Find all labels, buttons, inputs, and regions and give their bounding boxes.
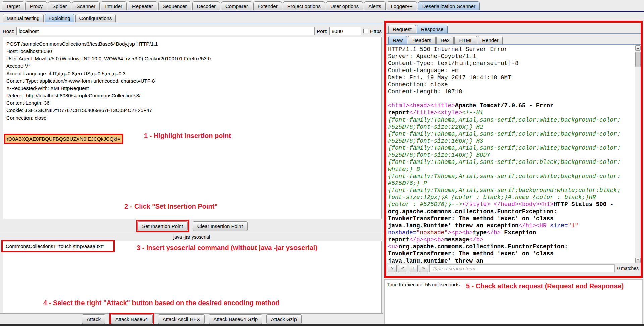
annotation-step3: 3 - Insert ysoserial command (without ja… bbox=[137, 244, 317, 252]
response-segment: <html><head><title> bbox=[388, 102, 455, 109]
scrollbar-thumb[interactable] bbox=[635, 52, 641, 67]
tab-repeater[interactable]: Repeater bbox=[128, 1, 157, 10]
attack-result-panel: RequestResponse RawHeadersHexHTMLRender … bbox=[384, 21, 643, 278]
scroll-down-icon[interactable]: ▼ bbox=[635, 258, 641, 263]
attack-gzip-button[interactable]: Attack Gzip bbox=[266, 314, 302, 324]
search-input[interactable] bbox=[429, 264, 615, 272]
response-viewer: HTTP/1.1 500 Internal Server Error Serve… bbox=[386, 45, 641, 263]
host-input[interactable] bbox=[16, 27, 315, 35]
response-segment: </p><p><b> bbox=[409, 236, 444, 243]
response-segment bbox=[490, 201, 494, 208]
msgtab-request[interactable]: Request bbox=[388, 25, 416, 33]
port-input[interactable] bbox=[329, 27, 361, 35]
insertion-point-token[interactable]: rO0ABXQAE0FBQUFBQSBUZXN0IEJCQkJCQkI= bbox=[5, 135, 122, 143]
search-add-button[interactable]: + bbox=[409, 265, 418, 272]
host-label: Host: bbox=[3, 28, 14, 34]
search-help-button[interactable]: ? bbox=[388, 265, 397, 272]
viewtab-hex[interactable]: Hex bbox=[436, 36, 454, 44]
response-segment: </b> bbox=[469, 236, 483, 243]
response-segment: </b> bbox=[487, 229, 501, 236]
response-segment: "1" bbox=[568, 222, 579, 229]
target-config-row: Host: Port: Https bbox=[3, 26, 382, 36]
response-segment: "noshade" bbox=[416, 229, 448, 236]
attack-button[interactable]: Attack bbox=[82, 314, 105, 324]
request-editor[interactable]: POST /sampleCommonsCollections3/testBase… bbox=[3, 37, 382, 219]
clear-insertion-point-button[interactable]: Clear Insertion Point bbox=[193, 221, 248, 231]
port-label: Port: bbox=[317, 28, 327, 34]
tab-project-options[interactable]: Project options bbox=[283, 1, 325, 10]
insertion-button-strip: Set Insertion Point Clear Insertion Poin… bbox=[0, 219, 383, 233]
tab-extender[interactable]: Extender bbox=[253, 1, 282, 10]
response-segment: ><p><b> bbox=[448, 229, 473, 236]
subtab-manual-testing[interactable]: Manual testing bbox=[3, 14, 44, 22]
response-segment: HTTP/1.1 500 Internal Server Error Serve… bbox=[388, 46, 519, 95]
annotation-step2: 2 - Click "Set Insertion Point" bbox=[124, 203, 218, 211]
command-red-box: CommonsCollections1 "touch /tmp/aaaa.txt… bbox=[1, 240, 115, 252]
response-segment: </h1><HR bbox=[519, 222, 550, 229]
insertion-point-red-box: rO0ABXQAE0FBQUFBQSBUZXN0IEJCQkJCQkI= bbox=[4, 134, 123, 144]
viewtab-raw[interactable]: Raw bbox=[388, 36, 407, 44]
match-count: 0 matches bbox=[616, 266, 639, 271]
annotation-step4: 4 - Select the right "Attack" button bas… bbox=[43, 299, 280, 307]
ysoserial-command-input[interactable]: CommonsCollections1 "touch /tmp/aaaa.txt… bbox=[3, 241, 113, 251]
attack-base64-button[interactable]: Attack Base64 bbox=[111, 314, 153, 324]
https-label: Https bbox=[370, 28, 382, 34]
scroll-up-icon[interactable]: ▲ bbox=[635, 45, 641, 51]
annotation-step5: 5 - Check attack request (Request and Re… bbox=[466, 282, 624, 290]
https-checkbox[interactable] bbox=[363, 29, 368, 33]
response-segment: </head><body><h1> bbox=[494, 201, 554, 208]
response-segment: </style> bbox=[462, 201, 490, 208]
tab-proxy[interactable]: Proxy bbox=[25, 1, 47, 10]
tab-deserialization-scanner[interactable]: Deserialization Scanner bbox=[418, 1, 480, 10]
tab-intruder[interactable]: Intruder bbox=[101, 1, 127, 10]
response-segment: <u> bbox=[388, 243, 399, 250]
response-segment: message bbox=[444, 236, 469, 243]
status-area: Time to execute: 55 milliseconds 5 - Che… bbox=[384, 279, 643, 324]
extension-sub-tab-bar: Manual testingExploitingConfigurations bbox=[0, 14, 383, 24]
tab-comparer[interactable]: Comparer bbox=[221, 1, 252, 10]
attack-ascii-hex-button[interactable]: Attack Ascii HEX bbox=[158, 314, 205, 324]
deserialization-scanner-window: TargetProxySpiderScannerIntruderRepeater… bbox=[0, 0, 644, 326]
response-segment: <!--H1 {font-family:Tahoma,Arial,sans-se… bbox=[388, 109, 621, 208]
subtab-exploiting[interactable]: Exploiting bbox=[45, 14, 74, 22]
msgtab-response[interactable]: Response bbox=[417, 25, 448, 33]
subtab-configurations[interactable]: Configurations bbox=[75, 14, 116, 22]
response-segment: size= bbox=[550, 222, 568, 229]
attack-highlight-red-box: Attack Base64 bbox=[109, 313, 154, 325]
window-bottom-edge bbox=[0, 324, 644, 326]
attack-base64-gzip-button[interactable]: Attack Base64 Gzip bbox=[209, 314, 262, 324]
annotation-step1: 1 - Highlight insertion point bbox=[144, 132, 231, 140]
search-buttons: ?<+> bbox=[388, 265, 428, 272]
response-segment: </title><style> bbox=[409, 109, 462, 116]
tab-target[interactable]: Target bbox=[2, 1, 24, 10]
search-prev-button[interactable]: < bbox=[398, 265, 407, 272]
time-to-execute-label: Time to execute: 55 milliseconds bbox=[387, 282, 460, 287]
tab-decoder[interactable]: Decoder bbox=[192, 1, 220, 10]
viewtab-render[interactable]: Render bbox=[478, 36, 503, 44]
search-bar: ?<+> 0 matches bbox=[386, 263, 641, 273]
viewtab-headers[interactable]: Headers bbox=[408, 36, 436, 44]
burp-tab-bar: TargetProxySpiderScannerIntruderRepeater… bbox=[0, 0, 644, 12]
response-scrollbar[interactable]: ▲ ▼ bbox=[635, 45, 641, 263]
tab-user-options[interactable]: User options bbox=[326, 1, 363, 10]
tab-logger[interactable]: Logger++ bbox=[387, 1, 417, 10]
set-insertion-point-button[interactable]: Set Insertion Point bbox=[137, 221, 188, 231]
viewtab-html[interactable]: HTML bbox=[454, 36, 477, 44]
response-segment: org.apache.commons.collections.FunctorEx… bbox=[388, 243, 568, 263]
attack-button-strip: AttackAttack Base64Attack Ascii HEXAttac… bbox=[0, 313, 383, 325]
response-text[interactable]: HTTP/1.1 500 Internal Server Error Serve… bbox=[386, 45, 635, 263]
search-next-button[interactable]: > bbox=[419, 265, 428, 272]
response-segment: noshade= bbox=[388, 229, 416, 236]
tab-spider[interactable]: Spider bbox=[48, 1, 71, 10]
request-text: POST /sampleCommonsCollections3/testBase… bbox=[3, 37, 381, 122]
tab-scanner[interactable]: Scanner bbox=[72, 1, 100, 10]
message-tab-bar: RequestResponse bbox=[386, 23, 641, 34]
set-insertion-red-box: Set Insertion Point bbox=[136, 220, 189, 232]
tab-alerts[interactable]: Alerts bbox=[364, 1, 385, 10]
tab-sequencer[interactable]: Sequencer bbox=[158, 1, 192, 10]
response-segment: type bbox=[473, 229, 487, 236]
view-tab-bar: RawHeadersHexHTMLRender bbox=[386, 34, 641, 45]
ysoserial-command-area[interactable]: CommonsCollections1 "touch /tmp/aaaa.txt… bbox=[3, 241, 382, 313]
